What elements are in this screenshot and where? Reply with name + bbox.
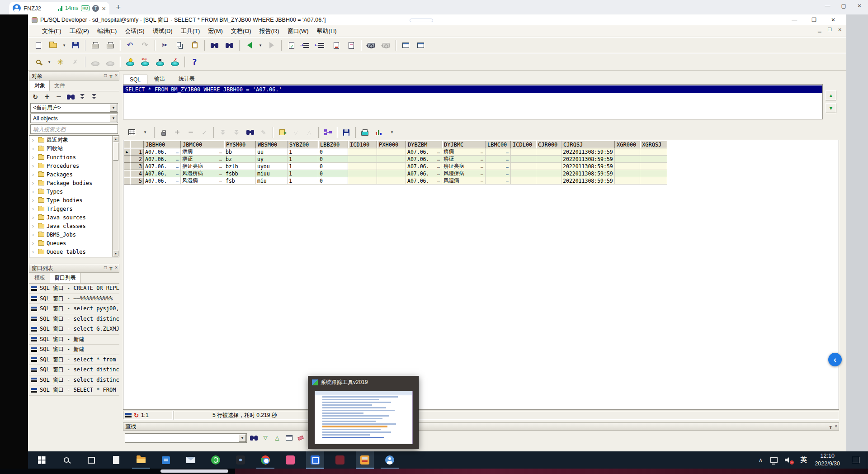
tree-scrollbar[interactable]: ▲ ▼ [112,136,119,257]
hidden-icons-chevron[interactable]: ∧ [754,451,767,469]
folder-taskbar-icon[interactable] [132,451,150,469]
ellipsis-button[interactable]: … [176,164,179,169]
help-icon[interactable]: ? [187,56,202,68]
window-list-item[interactable]: SQL 窗口 - 新建 [29,335,119,345]
cut-icon[interactable]: ✂ [157,39,172,52]
window-close-button[interactable]: ✕ [857,3,862,9]
grid-cell[interactable] [640,156,667,163]
stamp-icon[interactable] [88,56,103,68]
app-minimize-button[interactable]: — [792,17,797,23]
grid-cell[interactable]: A07.06.… [406,170,442,177]
app-restore-button[interactable]: ❐ [811,17,816,23]
check-icon[interactable]: ✓ [198,126,211,139]
row-marker[interactable] [124,177,130,185]
tab-statistics[interactable]: 统计表 [172,73,202,84]
dock-restore-button[interactable]: □ [104,265,107,270]
grid-cell[interactable]: 1 [288,170,318,177]
grid-cell[interactable] [640,177,667,185]
minus-icon[interactable]: − [53,92,64,101]
scroll-bottom-button[interactable]: ▼ [826,103,836,113]
grid-cell[interactable]: 2022011308:59:59 [561,148,615,156]
row-number[interactable]: 1 [130,148,144,156]
dock-pin-button[interactable]: ┰ [109,73,112,78]
grid-cell[interactable]: 痹证… [442,156,486,163]
search-taskbar-icon[interactable] [57,451,75,469]
column-header[interactable]: WBSM00 [256,141,288,148]
column-header[interactable]: SYBZ00 [288,141,318,148]
grid-cell[interactable]: … [486,170,511,177]
grid-cell[interactable]: A07.06.… [144,163,181,170]
grid-cell[interactable]: bb [224,148,256,156]
tree-item[interactable]: ›Procedures [29,161,119,170]
pink-app-taskbar-icon[interactable] [281,451,299,469]
column-header[interactable]: PXH000 [377,141,406,148]
grid-cell[interactable]: A07.06.… [406,148,442,156]
ellipsis-button[interactable]: … [437,164,440,169]
ellipsis-button[interactable]: … [437,149,440,154]
ellipsis-button[interactable]: … [481,164,484,169]
export-icon[interactable] [275,126,289,139]
column-header[interactable]: DYBZBM [406,141,442,148]
puck-stop-icon[interactable] [167,56,182,68]
column-header[interactable]: JBBH00 [144,141,181,148]
window-cascade-icon[interactable] [413,39,428,52]
new-tab-button[interactable]: + [116,2,121,12]
menu-item[interactable]: 工程(P) [66,27,93,35]
scroll-top-button[interactable]: ▲ [826,90,836,100]
cancel-icon[interactable]: ✗ [68,56,83,68]
ellipsis-button[interactable]: … [176,171,179,176]
ellipsis-button[interactable]: … [437,156,440,161]
grid-cell[interactable] [377,148,406,156]
ime-indicator[interactable]: 英 [797,451,810,469]
menu-item[interactable]: 报告(R) [255,27,283,35]
forward-icon[interactable] [264,39,279,52]
grid-cell[interactable] [615,163,640,170]
grid-cell[interactable] [640,148,667,156]
column-header[interactable]: JBMC00 [181,141,224,148]
tab-objects[interactable]: 对象 [30,80,50,91]
tab-templates[interactable]: 模板 [30,272,50,283]
zoom-icon[interactable] [31,56,46,68]
doc-red-icon[interactable] [329,39,344,52]
grid-cell[interactable] [615,170,640,177]
column-header[interactable]: CJR000 [536,141,561,148]
filter-a-icon[interactable] [77,92,88,101]
grid-cell[interactable]: 0 [318,156,348,163]
chrome-taskbar-icon[interactable] [256,451,274,469]
drop-icon[interactable]: ▾ [61,39,68,52]
grid-cell[interactable] [348,156,377,163]
grid-cell[interactable] [511,177,536,185]
grid-cell[interactable] [615,156,640,163]
grid-cell[interactable] [640,170,667,177]
grid-cell[interactable]: 2022011308:59:59 [561,177,615,185]
window-minimize-button[interactable]: — [825,3,830,9]
tri-down-icon[interactable]: ▽ [289,126,302,139]
menu-item[interactable]: 文档(O) [227,27,255,35]
tree-item[interactable]: ›Queues [29,239,119,247]
grid-cell[interactable]: fsbb [224,170,256,177]
network-icon[interactable] [767,451,781,469]
grid-cell[interactable]: 痹证类病… [442,163,486,170]
clock[interactable]: 12:10 2022/9/30 [810,451,844,469]
menu-item[interactable]: 编辑(E) [93,27,121,35]
grid-cell[interactable]: 痹证类病… [181,163,224,170]
row-number[interactable]: 2 [130,156,144,163]
viewer-taskbar-icon[interactable] [306,451,324,469]
sql-editor[interactable]: SELECT * FROM BM_ZYJB00 WHERE JBBH00 = '… [123,84,823,119]
grid-cell[interactable]: 痹证… [181,156,224,163]
grid-cell[interactable]: miuu [256,170,288,177]
binoculars-icon[interactable] [65,92,76,101]
grid-cell[interactable] [348,170,377,177]
save-icon[interactable] [340,126,353,139]
doc-check-icon[interactable] [284,39,299,52]
tab-window-list[interactable]: 窗口列表 [50,272,80,283]
tree-item[interactable]: ›Packages [29,170,119,179]
column-header[interactable]: ICDL00 [511,141,536,148]
drop-icon[interactable]: ▾ [385,126,399,139]
start-taskbar-icon[interactable] [33,451,51,469]
grid-cell[interactable]: … [486,148,511,156]
grid-cell[interactable] [536,177,561,185]
tree-item[interactable]: ›Types [29,187,119,196]
chevron-down-icon[interactable]: ▼ [239,434,246,442]
print-grid-icon[interactable] [358,126,372,139]
